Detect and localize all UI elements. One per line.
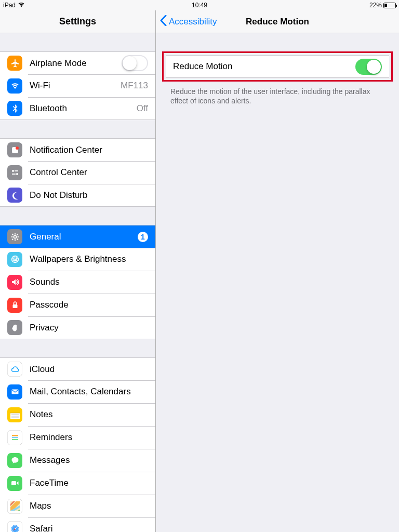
lock-icon (7, 298, 22, 313)
wallpaper-icon (7, 252, 22, 267)
sidebar-item-label: Wi-Fi (30, 81, 50, 91)
svg-rect-27 (12, 437, 18, 438)
sidebar-item-badge: 1 (138, 232, 148, 242)
mail-icon (7, 384, 22, 400)
sidebar-item-sounds[interactable]: Sounds (0, 271, 155, 294)
back-label: Accessibility (169, 17, 217, 27)
sidebar-item-icloud[interactable]: iCloud (0, 357, 155, 380)
wifi-icon (7, 78, 22, 94)
sidebar-item-facetime[interactable]: FaceTime (0, 472, 155, 495)
sidebar-item-label: Passcode (30, 300, 69, 310)
airplane-icon (7, 56, 22, 71)
reduce-motion-row[interactable]: Reduce Motion (166, 55, 389, 78)
svg-point-4 (16, 173, 18, 175)
sidebar-item-control-center[interactable]: Control Center (0, 161, 155, 184)
sidebar-item-reminders[interactable]: Reminders (0, 426, 155, 449)
settings-sidebar: Settings Airplane ModeWi-FiMF113Bluetoot… (0, 10, 156, 532)
sidebar-item-safari[interactable]: Safari (0, 517, 155, 532)
battery-icon (383, 3, 396, 8)
sidebar-item-wifi[interactable]: Wi-FiMF113 (0, 74, 155, 97)
svg-point-2 (12, 170, 14, 172)
reduce-motion-label: Reduce Motion (173, 61, 232, 72)
facetime-icon (7, 476, 22, 491)
sidebar-item-messages[interactable]: Messages (0, 449, 155, 472)
sound-icon (7, 275, 22, 290)
sidebar-item-detail: MF113 (121, 81, 148, 91)
airplane-toggle[interactable] (122, 55, 148, 71)
svg-rect-13 (11, 238, 13, 240)
sidebar-item-general[interactable]: General1 (0, 225, 155, 248)
svg-rect-12 (17, 233, 18, 235)
back-button[interactable]: Accessibility (160, 15, 217, 29)
sidebar-title: Settings (0, 10, 155, 33)
device-name: iPad (3, 2, 16, 9)
wifi-status-icon (18, 2, 25, 9)
chevron-left-icon (160, 15, 167, 29)
highlighted-region: Reduce Motion (162, 51, 393, 82)
sidebar-item-label: Messages (30, 455, 70, 466)
status-bar: iPad 10:49 22% (0, 0, 399, 10)
svg-rect-7 (15, 239, 16, 241)
notes-icon (7, 407, 22, 422)
sidebar-item-label: Maps (30, 501, 51, 511)
sidebar-item-label: Airplane Mode (30, 58, 87, 69)
svg-rect-8 (11, 236, 12, 237)
sidebar-item-bluetooth[interactable]: BluetoothOff (0, 97, 155, 120)
sidebar-item-notes[interactable]: Notes (0, 403, 155, 426)
status-left: iPad (3, 2, 25, 9)
svg-rect-28 (12, 439, 18, 440)
safari-icon (7, 521, 22, 532)
sidebar-item-dnd[interactable]: Do Not Disturb (0, 184, 155, 207)
detail-pane: Accessibility Reduce Motion Reduce Motio… (156, 10, 399, 532)
svg-rect-10 (11, 233, 13, 235)
svg-point-17 (14, 259, 16, 260)
sidebar-item-passcode[interactable]: Passcode (0, 294, 155, 316)
gear-icon (7, 229, 22, 244)
sidebar-item-privacy[interactable]: Privacy (0, 316, 155, 339)
sidebar-item-wallpapers[interactable]: Wallpapers & Brightness (0, 248, 155, 271)
sidebar-item-label: Wallpapers & Brightness (30, 254, 126, 264)
svg-rect-29 (11, 481, 16, 485)
detail-nav: Accessibility Reduce Motion (156, 10, 399, 33)
sidebar-item-mail[interactable]: Mail, Contacts, Calendars (0, 380, 155, 403)
sidebar-item-label: Sounds (30, 277, 60, 287)
notification-icon (7, 142, 22, 157)
sidebar-item-airplane[interactable]: Airplane Mode (0, 51, 155, 74)
svg-rect-11 (17, 238, 18, 240)
svg-rect-6 (15, 233, 16, 234)
sidebar-item-label: Notes (30, 409, 52, 420)
battery-percentage: 22% (369, 2, 382, 9)
svg-rect-26 (12, 435, 18, 436)
reduce-motion-toggle[interactable] (355, 59, 382, 75)
detail-title: Reduce Motion (246, 17, 309, 27)
svg-rect-3 (15, 170, 18, 171)
sidebar-item-label: Reminders (30, 432, 72, 443)
status-right: 22% (369, 2, 396, 9)
sidebar-item-label: Notification Center (30, 145, 102, 155)
sidebar-item-maps[interactable]: Maps (0, 495, 155, 517)
sidebar-item-detail: Off (137, 103, 148, 114)
sidebar-item-label: Mail, Contacts, Calendars (30, 387, 131, 397)
svg-rect-18 (12, 304, 17, 308)
maps-icon (7, 499, 22, 514)
svg-point-1 (16, 147, 19, 150)
svg-rect-9 (17, 236, 19, 237)
reduce-motion-footer: Reduce the motion of the user interface,… (156, 85, 399, 105)
control-center-icon (7, 165, 22, 180)
moon-icon (7, 188, 22, 203)
messages-icon (7, 453, 22, 468)
sidebar-item-label: Do Not Disturb (30, 190, 87, 201)
bluetooth-icon (7, 101, 22, 116)
sidebar-item-notification-center[interactable]: Notification Center (0, 138, 155, 161)
sidebar-item-label: iCloud (30, 364, 55, 375)
sidebar-item-label: Bluetooth (30, 103, 67, 114)
sidebar-item-label: Safari (30, 524, 52, 533)
sidebar-item-label: General (30, 232, 61, 242)
reminders-icon (7, 430, 22, 445)
sidebar-item-label: Privacy (30, 323, 59, 333)
status-time: 10:49 (192, 2, 207, 9)
sidebar-item-label: Control Center (30, 167, 87, 178)
hand-icon (7, 320, 22, 335)
svg-rect-20 (10, 410, 20, 413)
svg-rect-5 (12, 174, 16, 175)
